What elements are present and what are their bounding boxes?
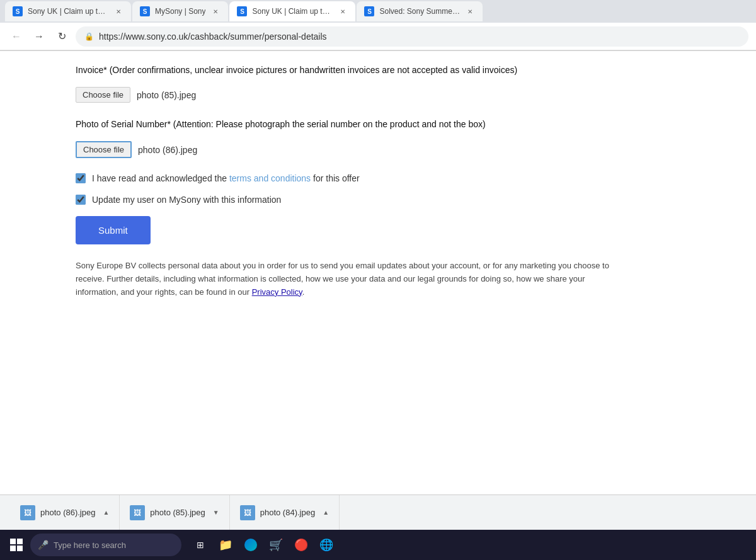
tab-2-close[interactable]: ✕	[210, 6, 220, 16]
invoice-label: Invoice* (Order confirmations, unclear i…	[76, 64, 680, 77]
nav-bar: ← → ↻ 🔒 https://www.sony.co.uk/cashback/…	[0, 23, 756, 50]
invoice-choose-file-button[interactable]: Choose file	[76, 87, 130, 103]
tab-4[interactable]: S Solved: Sony Summer Cashback ✕	[357, 1, 483, 21]
tab-4-favicon: S	[364, 6, 374, 16]
tab-1-title: Sony UK | Claim up to £200 cash	[28, 7, 108, 16]
download-item-1[interactable]: 🖼 photo (85).jpeg ▼	[120, 495, 229, 510]
privacy-text: Sony Europe BV collects personal data ab…	[76, 260, 630, 299]
submit-button[interactable]: Submit	[76, 216, 151, 244]
download-chevron-0[interactable]: ▲	[103, 509, 109, 510]
download-item-2[interactable]: 🖼 photo (84).jpeg ▲	[230, 495, 340, 510]
mysony-checkbox[interactable]	[76, 195, 86, 205]
terms-checkbox-row: I have read and acknowledged the terms a…	[76, 173, 680, 183]
tab-4-title: Solved: Sony Summer Cashback	[379, 7, 460, 16]
browser-chrome: S Sony UK | Claim up to £200 cash ✕ S My…	[0, 0, 756, 51]
terms-label: I have read and acknowledged the terms a…	[92, 173, 360, 183]
privacy-text-content: Sony Europe BV collects personal data ab…	[76, 261, 609, 297]
tab-1[interactable]: S Sony UK | Claim up to £200 cash ✕	[5, 1, 131, 21]
serial-file-name: photo (86).jpeg	[138, 145, 197, 155]
download-bar: 🖼 photo (86).jpeg ▲ 🖼 photo (85).jpeg ▼ …	[0, 494, 756, 510]
tab-1-favicon: S	[13, 6, 23, 16]
tab-bar: S Sony UK | Claim up to £200 cash ✕ S My…	[0, 0, 756, 23]
serial-choose-file-button[interactable]: Choose file	[76, 141, 132, 158]
terms-link[interactable]: terms and conditions	[229, 173, 311, 183]
tab-3-close[interactable]: ✕	[338, 6, 348, 16]
terms-label-suffix: for this offer	[311, 173, 360, 183]
download-item-0[interactable]: 🖼 photo (86).jpeg ▲	[10, 495, 120, 510]
download-icon-0: 🖼	[20, 505, 35, 511]
tab-1-close[interactable]: ✕	[113, 6, 123, 16]
privacy-period: .	[302, 287, 305, 297]
tab-3-title: Sony UK | Claim up to £200 cash	[252, 7, 333, 16]
forward-button[interactable]: →	[30, 28, 48, 45]
mysony-checkbox-row: Update my user on MySony with this infor…	[76, 195, 680, 205]
invoice-file-name: photo (85).jpeg	[137, 90, 196, 100]
tab-3-favicon: S	[237, 6, 247, 16]
page-content: Invoice* (Order confirmations, unclear i…	[0, 51, 756, 510]
download-name-2: photo (84).jpeg	[260, 508, 315, 510]
serial-section: Photo of Serial Number* (Attention: Plea…	[76, 118, 680, 158]
invoice-section: Invoice* (Order confirmations, unclear i…	[76, 64, 680, 103]
refresh-button[interactable]: ↻	[53, 28, 71, 45]
tab-2[interactable]: S MySony | Sony ✕	[132, 1, 228, 21]
tab-2-title: MySony | Sony	[155, 7, 205, 16]
download-name-1: photo (85).jpeg	[150, 508, 205, 510]
tab-3[interactable]: S Sony UK | Claim up to £200 cash ✕	[229, 1, 355, 21]
address-bar[interactable]: 🔒 https://www.sony.co.uk/cashback/summer…	[76, 26, 748, 47]
back-button[interactable]: ←	[8, 28, 25, 45]
serial-file-row: Choose file photo (86).jpeg	[76, 141, 680, 158]
download-icon-2: 🖼	[240, 505, 255, 511]
tab-2-favicon: S	[140, 6, 150, 16]
tab-4-close[interactable]: ✕	[465, 6, 475, 16]
download-chevron-2[interactable]: ▲	[323, 509, 329, 510]
download-chevron-1[interactable]: ▼	[213, 509, 219, 510]
invoice-file-row: Choose file photo (85).jpeg	[76, 87, 680, 103]
url-text: https://www.sony.co.uk/cashback/summer/p…	[99, 31, 740, 42]
download-name-0: photo (86).jpeg	[40, 508, 95, 510]
privacy-policy-link[interactable]: Privacy Policy	[252, 287, 302, 297]
terms-checkbox[interactable]	[76, 173, 86, 183]
serial-label: Photo of Serial Number* (Attention: Plea…	[76, 118, 680, 131]
lock-icon: 🔒	[84, 32, 94, 41]
terms-label-prefix: I have read and acknowledged the	[92, 173, 229, 183]
mysony-label: Update my user on MySony with this infor…	[92, 195, 281, 205]
download-icon-1: 🖼	[130, 505, 145, 511]
